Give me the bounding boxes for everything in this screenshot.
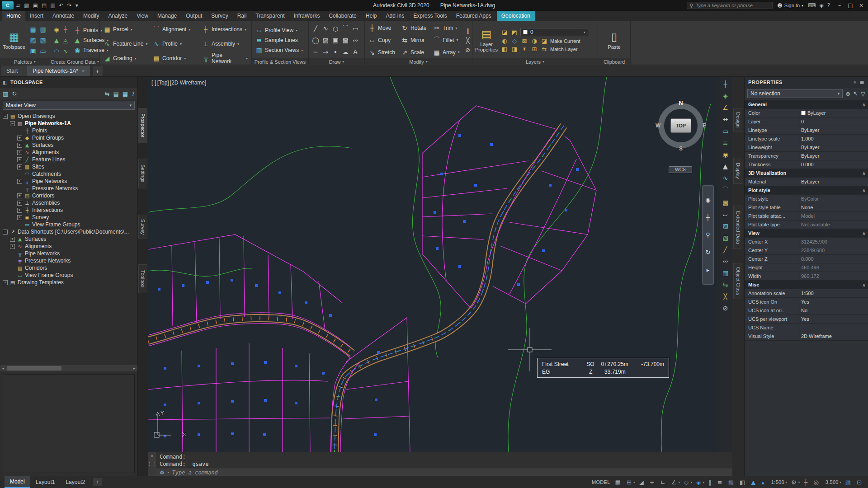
ribbon-tab[interactable]: Transparent [251,11,289,21]
property-value[interactable]: Not available [798,221,860,229]
import-survey-icon[interactable]: ◉ [52,24,61,35]
command-customize-icon[interactable]: ⚙ [160,469,165,476]
toolspace-tree-item[interactable]: − ▤ Open Drawings [0,113,137,120]
ribbon-tab[interactable]: Annotate [48,11,79,21]
toolspace-tree-item[interactable]: ╤ Pressure Networks [0,185,137,192]
wcs-badge[interactable]: WCS [669,166,692,173]
orbit-icon[interactable]: ↻ [706,249,711,256]
property-row[interactable]: General ∧ [745,100,868,109]
rotate-button[interactable]: ↻ Rotate [399,22,431,34]
layer-unlock-icon[interactable]: ⊞ [530,46,538,52]
close-icon[interactable]: × [82,68,85,74]
stretch-button[interactable]: ↘ Stretch [367,46,399,58]
tree-expander[interactable]: + [17,208,22,213]
category-chevron-icon[interactable]: ∧ [860,188,868,193]
tree-expander[interactable]: + [17,215,22,220]
pipe-network-button[interactable]: ╦ Pipe Network ▾ [200,51,250,66]
layer-isolate-icon[interactable]: ◧ [500,46,509,52]
data-link-icon[interactable]: ⇆ [105,90,110,97]
keyboard-shortcuts-icon[interactable]: ⌨ [808,2,816,9]
ribbon-tab[interactable]: Collaborate [324,11,361,21]
tree-expander[interactable] [10,273,15,278]
refresh-icon[interactable]: ↻ [12,90,17,97]
toolspace-tree-item[interactable]: + ▦ Sites [0,163,137,170]
spline-icon[interactable]: ∾ [350,34,360,46]
tree-expander[interactable]: + [17,201,22,206]
ortho-mode-toggle[interactable]: ∟ [660,479,667,486]
property-row[interactable]: UCS icon On Yes [745,298,868,306]
region-icon[interactable]: ▩ [722,199,728,206]
layer-off-icon[interactable]: ◐ [500,38,509,44]
auto-hide-icon[interactable]: « [854,79,857,85]
layer-unisolate-icon[interactable]: ◨ [510,46,519,52]
sign-in-button[interactable]: ☻ Sign In ▾ [777,3,803,9]
property-row[interactable]: 3D Visualization ∧ [745,169,868,178]
dynamic-input-toggle[interactable]: + [650,479,656,486]
property-row[interactable]: Center Z 0.000 [745,255,868,263]
paste-button[interactable]: ▯ Paste [602,22,627,58]
help-icon[interactable]: ? [132,90,135,97]
help-icon[interactable]: ? [827,2,830,9]
maximize-button[interactable]: □ [845,1,855,9]
help-search-field[interactable]: ⚲ Type a keyword or phrase [687,2,773,9]
construction-line-icon[interactable]: ─ [311,46,321,58]
plot-icon[interactable]: ▥ [50,2,55,9]
ribbon-tab[interactable]: Home [2,11,25,21]
navigation-wheel-icon[interactable]: ◉ [705,197,710,203]
properties-palette-toggle[interactable]: ▤ [28,24,38,35]
ribbon-tab[interactable]: View [132,11,153,21]
tree-expander[interactable]: + [17,193,22,198]
workspace-switching[interactable]: ⚙ ▾ [791,479,800,486]
panorama-icon[interactable]: ▤ [113,90,119,97]
property-value[interactable]: 0.000 [798,255,860,263]
trim-button[interactable]: ✂ Trim ▾ [431,22,463,34]
arc-icon[interactable]: ⌒ [340,23,350,34]
tree-expander[interactable]: + [10,244,15,249]
command-input[interactable]: ⚙ ▾ Type a command [156,469,732,476]
select-objects-icon[interactable]: ↖ [853,90,858,97]
toolspace-tree-item[interactable]: ▭ View Frame Groups [0,221,137,228]
property-value[interactable]: Yes [798,298,860,306]
viewport-controls-menu[interactable]: [-] [151,80,156,86]
property-row[interactable]: Annotation scale 1:500 [745,289,868,298]
property-value[interactable]: 23849.680 [798,246,860,254]
application-menu-button[interactable]: C [2,1,14,9]
toolspace-tree-item[interactable]: ▤ Corridors [0,264,137,272]
property-row[interactable]: UCS icon at ori... No [745,306,868,315]
default-lineweight-indicator[interactable]: 3.500 ▾ [825,479,841,485]
viewport-visual-style-menu[interactable]: [2D Wireframe] [170,80,207,86]
panel-label-modify[interactable]: Modify▾ [365,58,472,65]
explode-icon[interactable]: ╳ [723,293,727,300]
property-row[interactable]: Lineweight ByLayer [745,143,868,152]
ribbon-tab[interactable]: InfraWorks [289,11,325,21]
property-row[interactable]: Height 460.496 [745,263,868,272]
copy-button[interactable]: ▱ Copy [367,34,399,47]
model-space-indicator[interactable]: MODEL [591,479,611,485]
toolspace-tree-item[interactable]: ╤ Pressure Networks [0,257,137,264]
tree-expander[interactable]: + [17,150,22,155]
save-icon[interactable]: ▣ [33,2,38,9]
object-snap-tracking-toggle[interactable]: ∥ [708,479,713,486]
item-view-toggle-icon[interactable]: ▥ [3,90,8,97]
ribbon-tab[interactable]: Analyze [104,11,132,21]
inquiry-icon[interactable]: ┼ [723,80,727,88]
category-chevron-icon[interactable]: ∧ [860,171,868,176]
panel-label-create-ground-data[interactable]: Create Ground Data▾ [50,58,99,65]
tree-expander[interactable]: + [3,280,8,285]
line-edit-icon[interactable]: ╱ [723,246,727,253]
revision-cloud-icon[interactable]: ☁ [340,46,350,58]
area-icon[interactable]: ▭ [722,127,728,135]
anchored-palette-tab[interactable]: Extended Data [733,206,743,249]
open-icon[interactable]: ▨ [24,2,29,9]
scrollbar-thumb[interactable] [7,366,61,371]
ribbon-tab[interactable]: Output [181,11,207,21]
property-row[interactable]: Thickness 0.000 [745,160,868,169]
purge-icon[interactable]: ⊘ [723,305,728,312]
tree-expander[interactable]: + [10,237,15,242]
undo-icon[interactable]: ↶ [59,2,64,9]
tree-expander[interactable]: + [17,143,22,148]
redo-icon[interactable]: ↷ [67,2,72,9]
mass-properties-icon[interactable]: ▲ [723,163,728,170]
property-row[interactable]: Center Y 23849.680 [745,246,868,255]
qat-customize-icon[interactable]: ▾ [75,2,78,9]
